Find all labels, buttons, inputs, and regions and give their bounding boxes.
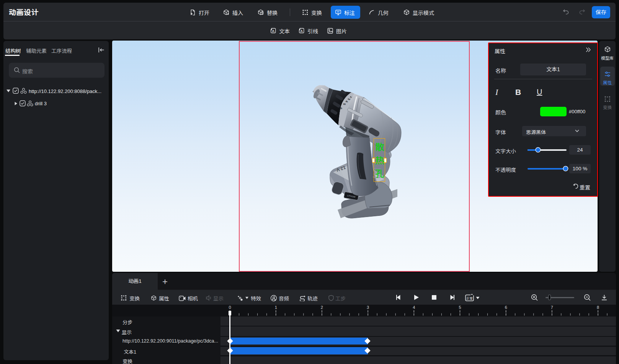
svg-text:1: 1 [275,305,277,310]
svg-text:8: 8 [597,305,599,310]
svg-text:5: 5 [459,305,461,310]
svg-text:2: 2 [321,305,323,310]
svg-text:A: A [272,29,274,33]
svg-text:7: 7 [551,305,553,310]
svg-text:A: A [301,29,303,33]
svg-text:4: 4 [413,305,415,310]
svg-text:6: 6 [505,305,507,310]
svg-text:正常: 正常 [466,296,473,300]
svg-text:3: 3 [367,305,369,310]
svg-text:0: 0 [229,305,231,310]
